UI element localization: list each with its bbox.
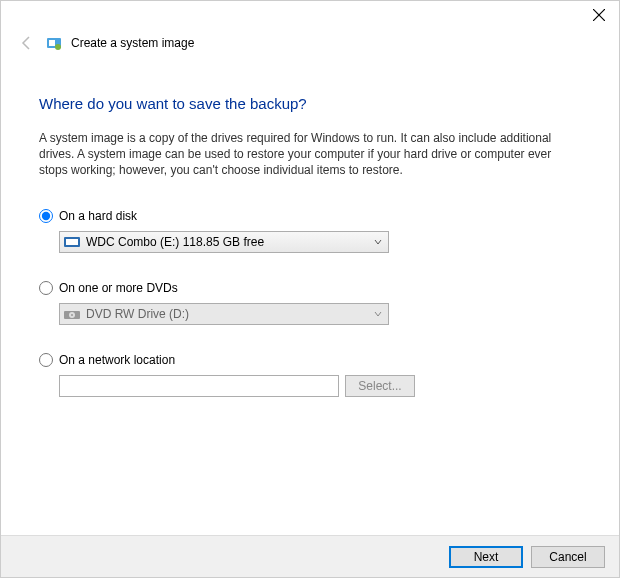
radio-hard-disk-input[interactable] xyxy=(39,209,53,223)
hard-disk-combo[interactable]: WDC Combo (E:) 118.85 GB free xyxy=(59,231,389,253)
close-button[interactable] xyxy=(579,1,619,29)
radio-dvd-label: On one or more DVDs xyxy=(59,281,178,295)
chevron-down-icon xyxy=(372,304,384,324)
svg-point-9 xyxy=(71,314,73,316)
option-dvd: On one or more DVDs DVD RW Drive (D:) xyxy=(39,281,581,325)
close-icon xyxy=(593,9,605,21)
radio-network-label: On a network location xyxy=(59,353,175,367)
select-network-button[interactable]: Select... xyxy=(345,375,415,397)
hard-disk-icon xyxy=(64,235,80,249)
back-arrow-icon xyxy=(19,35,35,51)
radio-dvd-input[interactable] xyxy=(39,281,53,295)
radio-dvd[interactable]: On one or more DVDs xyxy=(39,281,581,295)
svg-rect-3 xyxy=(49,40,55,46)
radio-hard-disk-label: On a hard disk xyxy=(59,209,137,223)
radio-network-input[interactable] xyxy=(39,353,53,367)
option-network: On a network location Select... xyxy=(39,353,581,397)
chevron-down-icon xyxy=(372,232,384,252)
page-description: A system image is a copy of the drives r… xyxy=(39,130,581,179)
back-button[interactable] xyxy=(17,33,37,53)
radio-hard-disk[interactable]: On a hard disk xyxy=(39,209,581,223)
content: Where do you want to save the backup? A … xyxy=(1,53,619,397)
svg-point-4 xyxy=(55,44,61,50)
dvd-selected: DVD RW Drive (D:) xyxy=(86,307,366,321)
page-title: Where do you want to save the backup? xyxy=(39,95,581,112)
dvd-combo[interactable]: DVD RW Drive (D:) xyxy=(59,303,389,325)
header: Create a system image xyxy=(1,29,619,53)
network-path-input[interactable] xyxy=(59,375,339,397)
cancel-button[interactable]: Cancel xyxy=(531,546,605,568)
radio-network[interactable]: On a network location xyxy=(39,353,581,367)
dvd-drive-icon xyxy=(64,307,80,321)
titlebar xyxy=(1,1,619,29)
hard-disk-selected: WDC Combo (E:) 118.85 GB free xyxy=(86,235,366,249)
svg-rect-6 xyxy=(66,239,78,245)
next-button[interactable]: Next xyxy=(449,546,523,568)
breadcrumb: Create a system image xyxy=(71,36,194,50)
footer: Next Cancel xyxy=(1,535,619,577)
system-image-icon xyxy=(45,34,63,52)
option-hard-disk: On a hard disk WDC Combo (E:) 118.85 GB … xyxy=(39,209,581,253)
